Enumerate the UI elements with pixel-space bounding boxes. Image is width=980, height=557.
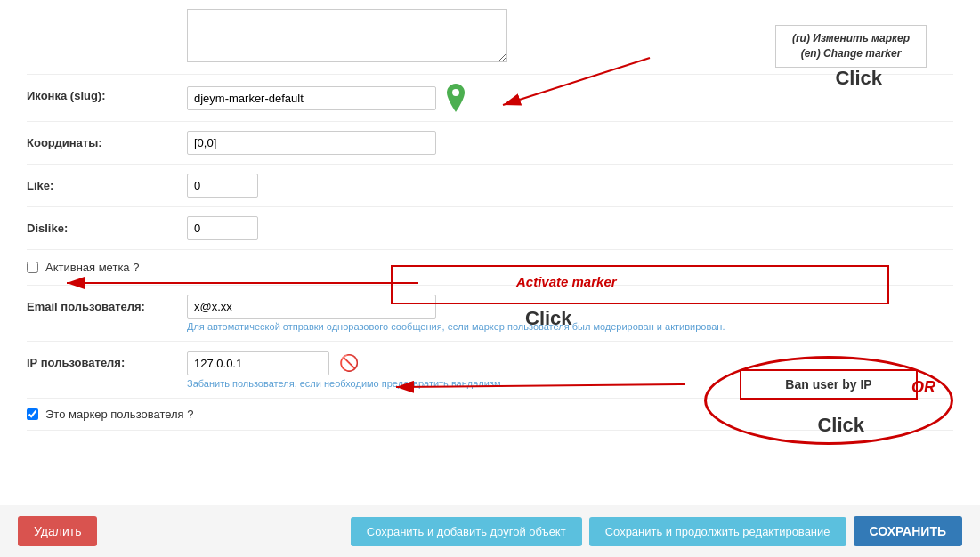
ip-input[interactable]	[187, 351, 329, 375]
dislike-input[interactable]	[187, 216, 258, 240]
ip-hint: Забанить пользователя, если необходимо п…	[187, 378, 953, 389]
user-marker-checkbox[interactable]	[27, 408, 38, 420]
save-button[interactable]: СОХРАНИТЬ	[854, 516, 962, 546]
coordinates-label: Координаты:	[27, 131, 187, 149]
svg-point-0	[452, 89, 459, 96]
active-marker-checkbox[interactable]	[27, 262, 38, 273]
icon-slug-input[interactable]	[187, 86, 436, 110]
like-input[interactable]	[187, 174, 258, 198]
save-add-button[interactable]: Сохранить и добавить другой объект	[351, 517, 582, 546]
footer-bar: Удалить Сохранить и добавить другой объе…	[0, 505, 980, 557]
activate-marker-annotation: Activate marker	[516, 274, 617, 289]
delete-button[interactable]: Удалить	[18, 516, 97, 546]
like-label: Like:	[27, 174, 187, 192]
ip-label: IP пользователя:	[27, 351, 187, 369]
email-label: Email пользователя:	[27, 295, 187, 313]
email-hint: Для автоматической отправки одноразового…	[187, 321, 953, 332]
ban-icon[interactable]: 🚫	[336, 351, 361, 375]
icon-slug-label: Иконка (slug):	[27, 84, 187, 102]
coordinates-input[interactable]	[187, 131, 436, 155]
email-input[interactable]	[187, 295, 436, 319]
textarea-label	[27, 9, 187, 14]
save-continue-button[interactable]: Сохранить и продолжить редактирование	[589, 517, 846, 546]
description-textarea[interactable]	[187, 9, 507, 62]
user-marker-label: Это маркер пользователя ?	[45, 408, 193, 421]
active-marker-label: Активная метка ?	[45, 261, 139, 274]
dislike-label: Dislike:	[27, 216, 187, 235]
map-marker-icon[interactable]	[443, 84, 468, 112]
